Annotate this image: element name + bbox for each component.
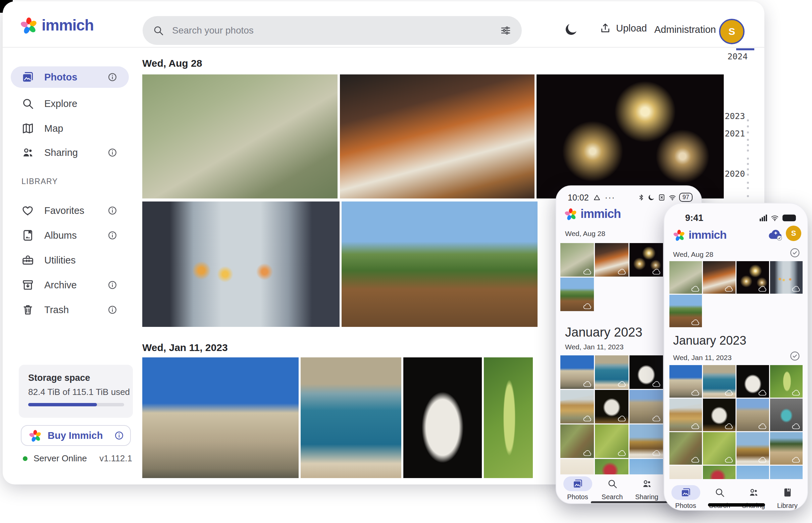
cloud-sync-icon[interactable]	[768, 228, 783, 241]
search-filter-icon[interactable]	[500, 24, 512, 37]
home-indicator[interactable]	[708, 503, 765, 507]
sidebar-item-label: Sharing	[44, 147, 107, 158]
photo-red-plant[interactable]	[595, 459, 628, 474]
nav-tab-sharing[interactable]: Sharing	[629, 476, 664, 501]
photo-fortress-walls[interactable]	[560, 355, 594, 389]
photo-dinner-table[interactable]	[595, 243, 628, 276]
sidebar-item-favorites[interactable]: Favorites	[11, 200, 129, 221]
dark-mode-toggle[interactable]	[564, 22, 578, 37]
photo-fireworks[interactable]	[537, 74, 724, 198]
immich-logo[interactable]: immich	[20, 16, 93, 34]
photo-fortress-walls[interactable]	[142, 357, 299, 478]
cloud-backup-icon	[691, 285, 700, 292]
photo-garden-path[interactable]	[560, 277, 594, 311]
upload-icon	[599, 22, 611, 34]
select-all-icon[interactable]	[789, 247, 800, 258]
photo-blue-sky[interactable]	[629, 459, 663, 474]
photo-holding-hands[interactable]	[770, 261, 802, 294]
photo-blue-sky[interactable]	[737, 466, 769, 479]
photo-holding-hands[interactable]	[142, 201, 340, 327]
nav-tab-library[interactable]: Library	[771, 485, 804, 510]
search-input[interactable]	[171, 25, 500, 36]
photo-stone-sculpture[interactable]	[703, 399, 736, 431]
photo-winter-village[interactable]	[737, 432, 769, 465]
administration-link[interactable]: Administration	[654, 24, 716, 35]
info-icon[interactable]	[107, 305, 118, 315]
photo-lizard-log[interactable]	[560, 425, 594, 458]
sidebar-item-albums[interactable]: Albums	[11, 224, 129, 246]
info-icon[interactable]	[107, 280, 118, 290]
photo-winter-village[interactable]	[629, 425, 663, 458]
photo-fireworks[interactable]	[737, 261, 769, 294]
info-icon[interactable]	[107, 205, 118, 216]
info-icon[interactable]	[114, 431, 124, 440]
timeline-year-2020[interactable]: 2020	[725, 169, 745, 179]
photo-dinner-table[interactable]	[703, 261, 736, 294]
sidebar-item-utilities[interactable]: Utilities	[11, 249, 129, 271]
nav-tab-photos[interactable]: Photos	[560, 476, 595, 501]
sidebar-item-map[interactable]: Map	[11, 118, 129, 139]
photo-beach-cliff[interactable]	[669, 399, 702, 431]
home-indicator[interactable]	[591, 501, 668, 504]
photo-beach-cliff[interactable]	[560, 390, 594, 423]
photo-monkeys-zoo[interactable]	[142, 74, 338, 198]
info-icon[interactable]	[107, 72, 118, 82]
photo-bust-sculpture[interactable]	[629, 355, 663, 389]
user-avatar[interactable]: S	[786, 226, 801, 241]
nav-tab-photos[interactable]: Photos	[669, 485, 703, 510]
photo-red-plant[interactable]	[703, 466, 736, 479]
photo-garden-path[interactable]	[342, 201, 537, 327]
map-icon	[21, 122, 34, 135]
server-status-row: Server Online v1.112.1	[23, 453, 132, 464]
sidebar-item-photos[interactable]: Photos	[11, 66, 129, 88]
select-all-icon[interactable]	[789, 350, 800, 362]
photo-garden-path[interactable]	[669, 295, 702, 327]
sidebar-item-explore[interactable]: Explore	[11, 93, 129, 114]
photo-lizard-moss[interactable]	[703, 432, 736, 465]
cloud-backup-icon	[691, 389, 700, 396]
photo-bust-sculpture[interactable]	[403, 357, 482, 478]
photo-fireworks[interactable]	[629, 243, 663, 276]
photo-farm-field[interactable]	[770, 432, 802, 465]
cloud-backup-icon	[758, 389, 767, 396]
sidebar-item-label: Map	[44, 123, 129, 134]
photo-coastal-town[interactable]	[301, 357, 401, 478]
phone2-clock: 9:41	[685, 213, 703, 223]
storage-usage: 82.4 TiB of 115.1 TiB used	[28, 387, 130, 397]
search-bar[interactable]	[143, 16, 522, 45]
timeline-current-year[interactable]: 2024	[727, 52, 747, 61]
photo-cream-blur[interactable]	[560, 459, 594, 474]
photo-dinner-table[interactable]	[340, 74, 535, 198]
upload-button[interactable]: Upload	[599, 22, 647, 34]
buy-immich-button[interactable]: Buy Immich	[21, 425, 131, 446]
immich-flower-icon	[29, 429, 41, 442]
info-icon[interactable]	[107, 147, 118, 158]
photo-castle-ruins[interactable]	[737, 399, 769, 431]
photo-teal-ornament[interactable]	[770, 399, 802, 431]
photo-green-berries[interactable]	[770, 365, 802, 398]
photo-fortress-walls[interactable]	[669, 365, 702, 398]
user-avatar[interactable]: S	[719, 19, 745, 44]
nav-tab-label: Search	[602, 493, 623, 501]
photo-lizard-moss[interactable]	[595, 425, 628, 458]
photo-blue-sky[interactable]	[770, 466, 802, 479]
info-icon[interactable]	[107, 230, 118, 240]
cloud-backup-icon	[652, 268, 661, 275]
timeline-year-2023[interactable]: 2023	[725, 111, 745, 121]
photo-monkeys-zoo[interactable]	[669, 261, 702, 294]
photo-green-berries[interactable]	[484, 357, 533, 478]
photo-cream-blur[interactable]	[669, 466, 702, 479]
photo-lizard-log[interactable]	[669, 432, 702, 465]
sidebar-item-archive[interactable]: Archive	[11, 274, 129, 296]
photo-coastal-town[interactable]	[595, 355, 628, 389]
sidebar-item-sharing[interactable]: Sharing	[11, 142, 129, 163]
photo-castle-ruins[interactable]	[629, 390, 663, 423]
photo-monkeys-zoo[interactable]	[560, 243, 594, 276]
nav-tab-search[interactable]: Search	[595, 476, 629, 501]
photo-coastal-town[interactable]	[703, 365, 736, 398]
photo-bust-sculpture[interactable]	[737, 365, 769, 398]
cloud-backup-icon	[758, 285, 767, 292]
timeline-year-2021[interactable]: 2021	[725, 129, 745, 139]
sidebar-item-trash[interactable]: Trash	[11, 299, 129, 321]
photo-stone-sculpture[interactable]	[595, 390, 628, 423]
